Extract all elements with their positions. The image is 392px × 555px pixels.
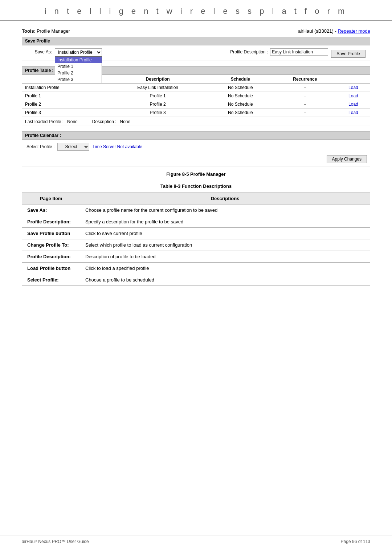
load-link[interactable]: Load (348, 102, 358, 107)
page-header: i n t e l l i g e n t w i r e l e s s p … (0, 0, 392, 21)
device-mode-link[interactable]: Repeater mode (338, 28, 370, 34)
last-description: Description : None (92, 119, 130, 124)
save-profile-btn-wrapper: Save Profile (331, 50, 366, 58)
calendar-select[interactable]: —Select— (57, 143, 89, 151)
cell-schedule: No Schedule (208, 100, 273, 109)
cell-name: Profile 1 (22, 92, 108, 100)
func-item-label: Load Profile button (22, 263, 80, 274)
func-table-row: Save As: Choose a profile name for the c… (22, 204, 370, 216)
func-item-label: Save Profile button (22, 228, 80, 239)
cell-name: Installation Profile (22, 84, 108, 92)
function-table: Page Item Descriptions Save As: Choose a… (22, 193, 370, 286)
cell-description: Profile 2 (108, 100, 208, 109)
cell-description: Profile 3 (108, 109, 208, 117)
page-footer: airHaul² Nexus PRO™ User Guide Page 96 o… (0, 535, 392, 544)
tools-value: Profile Manager (37, 28, 70, 34)
func-table-row: Profile Description: Description of prof… (22, 251, 370, 263)
tools-colon: : (34, 28, 36, 34)
dropdown-item-profile2[interactable]: Profile 2 (55, 70, 102, 76)
time-server-link[interactable]: Time Server Not available (92, 144, 142, 149)
dropdown-item-installation[interactable]: Installation Profile (55, 57, 102, 63)
func-table-row: Save Profile button Click to save curren… (22, 228, 370, 239)
cell-name: Profile 2 (22, 100, 108, 109)
save-as-label: Save As: (26, 48, 52, 54)
save-as-left: Save As: Installation Profile Profile 1 … (26, 48, 102, 56)
apply-btn-row: Apply Changes (22, 154, 370, 166)
tools-prefix: Tools (22, 28, 34, 34)
cell-description: Easy Link Installation (108, 84, 208, 92)
table-caption: Table 8-3 Function Descriptions (22, 183, 370, 189)
profile-desc-group: Profile Description : (230, 48, 328, 56)
header-title: i n t e l l i g e n t w i r e l e s s p … (22, 7, 370, 16)
func-table-row: Profile Description: Specify a descripti… (22, 216, 370, 228)
load-link[interactable]: Load (348, 93, 358, 98)
col-description: Description (108, 75, 208, 84)
main-content: Tools: Profile Manager airHaul (sB3021) … (0, 21, 392, 293)
profile-calendar-section: Profile Calendar : Select Profile : —Sel… (22, 131, 370, 166)
table-row: Installation Profile Easy Link Installat… (22, 84, 370, 92)
cell-action: Load (337, 84, 370, 92)
save-profile-body: Save As: Installation Profile Profile 1 … (22, 45, 370, 61)
func-item-description: Click to load a specified profile (80, 263, 370, 274)
func-item-description: Click to save current profile (80, 228, 370, 239)
load-link[interactable]: Load (348, 85, 358, 90)
cell-name: Profile 3 (22, 109, 108, 117)
func-table-row: Change Profile To: Select which profile … (22, 239, 370, 251)
save-profile-header: Save Profile (22, 37, 370, 45)
table-row: Profile 3 Profile 3 No Schedule - Load (22, 109, 370, 117)
last-loaded-label: Last loaded Profile : None (25, 119, 78, 124)
cell-schedule: No Schedule (208, 92, 273, 100)
cell-recurrence: - (273, 84, 337, 92)
last-loaded-row: Last loaded Profile : None Description :… (22, 117, 370, 126)
device-name: airHaul (sB3021) (298, 28, 334, 34)
cell-recurrence: - (273, 92, 337, 100)
table-row: Profile 2 Profile 2 No Schedule - Load (22, 100, 370, 109)
dropdown-item-profile3[interactable]: Profile 3 (55, 76, 102, 83)
func-col-page-item: Page Item (22, 193, 80, 204)
cell-action: Load (337, 100, 370, 109)
dropdown-item-profile1[interactable]: Profile 1 (55, 63, 102, 70)
save-as-right: Profile Description : Save Profile (230, 48, 366, 58)
save-as-select[interactable]: Installation Profile Profile 1 Profile 2… (55, 48, 102, 56)
profile-desc-input[interactable] (270, 48, 328, 56)
cell-action: Load (337, 109, 370, 117)
cell-action: Load (337, 92, 370, 100)
cell-recurrence: - (273, 109, 337, 117)
cell-schedule: No Schedule (208, 109, 273, 117)
func-item-description: Choose a profile name for the current co… (80, 204, 370, 216)
profile-calendar-header: Profile Calendar : (22, 131, 370, 140)
load-link[interactable]: Load (348, 110, 358, 115)
func-item-description: Specify a description for the profile to… (80, 216, 370, 228)
dropdown-menu: Installation Profile Profile 1 Profile 2… (55, 56, 102, 83)
func-item-label: Change Profile To: (22, 239, 80, 251)
func-table-row: Load Profile button Click to load a spec… (22, 263, 370, 274)
cell-schedule: No Schedule (208, 84, 273, 92)
col-schedule: Schedule (208, 75, 273, 84)
cell-description: Profile 1 (108, 92, 208, 100)
save-as-dropdown-wrapper: Installation Profile Profile 1 Profile 2… (55, 48, 102, 56)
func-item-label: Profile Description: (22, 216, 80, 228)
save-as-row: Save As: Installation Profile Profile 1 … (26, 48, 366, 58)
footer-right: Page 96 of 113 (341, 539, 370, 544)
func-col-descriptions: Descriptions (80, 193, 370, 204)
apply-changes-button[interactable]: Apply Changes (327, 155, 367, 163)
select-profile-row: Select Profile : —Select— Time Server No… (22, 140, 370, 154)
select-profile-label: Select Profile : (26, 144, 54, 149)
device-info: airHaul (sB3021) - Repeater mode (298, 28, 370, 34)
col-action (337, 75, 370, 84)
tools-label: Tools: Profile Manager (22, 28, 70, 34)
func-item-description: Description of profile to be loaded (80, 251, 370, 263)
func-item-label: Select Profile: (22, 274, 80, 286)
cell-recurrence: - (273, 100, 337, 109)
save-profile-button[interactable]: Save Profile (331, 50, 366, 58)
figure-caption: Figure 8-5 Profile Manager (22, 171, 370, 177)
table-row: Profile 1 Profile 1 No Schedule - Load (22, 92, 370, 100)
func-item-label: Save As: (22, 204, 80, 216)
footer-left: airHaul² Nexus PRO™ User Guide (22, 539, 89, 544)
func-item-description: Choose a profile to be scheduled (80, 274, 370, 286)
func-table-row: Select Profile: Choose a profile to be s… (22, 274, 370, 286)
func-item-description: Select which profile to load as current … (80, 239, 370, 251)
profile-desc-label: Profile Description : (230, 49, 268, 54)
save-profile-section: Save Profile Save As: Installation Profi… (22, 37, 370, 61)
func-item-label: Profile Description: (22, 251, 80, 263)
